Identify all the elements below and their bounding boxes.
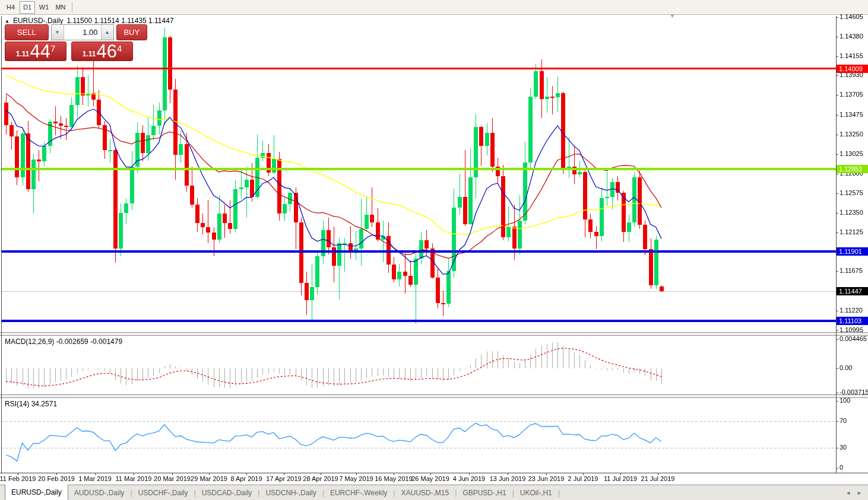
price-axis-tick: 1.14380: [840, 33, 863, 40]
timeframe-button-w1[interactable]: W1: [36, 1, 52, 14]
price-axis-tick: 1.13025: [840, 150, 863, 157]
rsi-label: RSI(14) 34.2571: [5, 400, 57, 408]
collapse-panel-icon[interactable]: ▲: [5, 18, 9, 24]
rsi-axis-tick: 100: [840, 397, 850, 404]
scroll-to-end-marker[interactable]: ▼: [670, 13, 675, 19]
buy-price-sup: 4: [117, 43, 122, 53]
symbol-tab-ukoil[interactable]: UKOil-,H1: [514, 486, 558, 500]
sell-price-prefix: 1.11: [16, 50, 30, 58]
price-level-badge: 1.14009: [837, 65, 868, 73]
symbol-tab-bar: EURUSD-,DailyAUDUSD-,Daily|USDCHF-,Daily…: [0, 485, 868, 500]
buy-button[interactable]: BUY: [116, 24, 147, 40]
tab-scroll-left-icon[interactable]: ◄: [845, 490, 851, 496]
toolbar-separator: [72, 2, 72, 12]
symbol-tab-eurchf[interactable]: EURCHF-,Weekly: [324, 486, 393, 500]
symbol-tab-usdchf[interactable]: USDCHF-,Daily: [132, 486, 194, 500]
timeframe-toolbar: H4D1W1MN: [0, 0, 868, 15]
price-level-badge: 1.11447: [837, 287, 868, 295]
chart-window: ▼ ▲ EURUSD-,Daily 1.11500 1.11514 1.1143…: [0, 15, 868, 485]
buy-price-box[interactable]: 1.11464: [71, 42, 133, 61]
macd-axis-tick: -0.003715: [840, 388, 868, 396]
price-axis-tick: 1.14155: [840, 52, 863, 59]
price-axis: 1.146051.143801.141551.139301.137051.134…: [836, 15, 868, 485]
symbol-tab-gbpusd[interactable]: GBPUSD-,H1: [457, 486, 512, 500]
tab-scroll-right-icon[interactable]: ►: [857, 490, 862, 496]
trade-panel-controls: SELL ▼ ▲ BUY: [5, 24, 147, 40]
chart-ohlc-values: 1.11500 1.11514 1.11435 1.11447: [67, 17, 174, 25]
tab-scroll-nav: ◄ ►: [845, 490, 868, 496]
chart-title: ▲ EURUSD-,Daily 1.11500 1.11514 1.11435 …: [5, 17, 174, 25]
sell-price-sup: 7: [50, 43, 55, 53]
chart-canvas[interactable]: [0, 15, 868, 485]
timeframe-button-h4[interactable]: H4: [3, 1, 18, 14]
price-level-badge: 1.11901: [837, 247, 868, 256]
price-axis-tick: 1.12350: [840, 209, 863, 216]
symbol-tabs: EURUSD-,DailyAUDUSD-,Daily|USDCHF-,Daily…: [5, 485, 560, 500]
price-axis-tick: 1.10995: [840, 326, 863, 333]
volume-input[interactable]: [64, 25, 101, 40]
price-axis-tick: 1.13250: [840, 130, 863, 138]
timeframe-buttons: H4D1W1MN: [2, 1, 69, 14]
price-axis-tick: 1.13475: [840, 111, 863, 118]
symbol-tab-xauusd[interactable]: XAUUSD-,M15: [395, 486, 455, 500]
symbol-tab-usdcnh[interactable]: USDCNH-,Daily: [259, 486, 322, 500]
rsi-axis-tick: 30: [840, 444, 847, 451]
symbol-tab-audusd[interactable]: AUDUSD-,Daily: [68, 486, 131, 500]
macd-axis-tick: 0.00: [840, 364, 852, 371]
symbol-tab-usdcad[interactable]: USDCAD-,Daily: [196, 486, 258, 500]
price-axis-tick: 1.11675: [840, 267, 863, 274]
chart-symbol-period: EURUSD-,Daily: [13, 17, 64, 25]
symbol-tab-eurusd[interactable]: EURUSD-,Daily: [5, 484, 68, 500]
price-level-badge: 1.12851: [837, 165, 868, 173]
sell-price-big: 44: [30, 43, 50, 60]
buy-price-prefix: 1.11: [83, 50, 96, 58]
tab-separator: |: [558, 489, 560, 497]
trade-panel-prices: 1.11447 1.11464: [5, 42, 147, 61]
macd-axis-tick: 0.004465: [840, 335, 867, 342]
one-click-trade-panel: SELL ▼ ▲ BUY 1.11447 1.11464: [5, 24, 147, 61]
price-level-badge: 1.11103: [837, 317, 868, 325]
price-axis-tick: 1.12575: [840, 189, 863, 196]
price-axis-tick: 1.11220: [840, 307, 863, 314]
price-axis-tick: 1.13705: [840, 91, 863, 98]
sell-price-box[interactable]: 1.11447: [5, 42, 66, 61]
timeframe-button-d1[interactable]: D1: [20, 1, 35, 14]
volume-stepper: ▼ ▲: [51, 24, 114, 40]
rsi-axis-tick: 0: [840, 464, 843, 471]
macd-label: MACD(12,26,9) -0.002659 -0.001479: [5, 337, 122, 346]
rsi-axis-tick: 70: [840, 417, 847, 424]
price-axis-tick: 1.12125: [840, 228, 863, 235]
timeframe-button-mn[interactable]: MN: [53, 1, 68, 14]
price-axis-tick: 1.14605: [840, 13, 863, 20]
volume-increase-icon[interactable]: ▲: [101, 25, 113, 40]
buy-price-big: 46: [96, 43, 116, 60]
sell-button[interactable]: SELL: [5, 24, 49, 40]
volume-decrease-icon[interactable]: ▼: [52, 25, 64, 40]
